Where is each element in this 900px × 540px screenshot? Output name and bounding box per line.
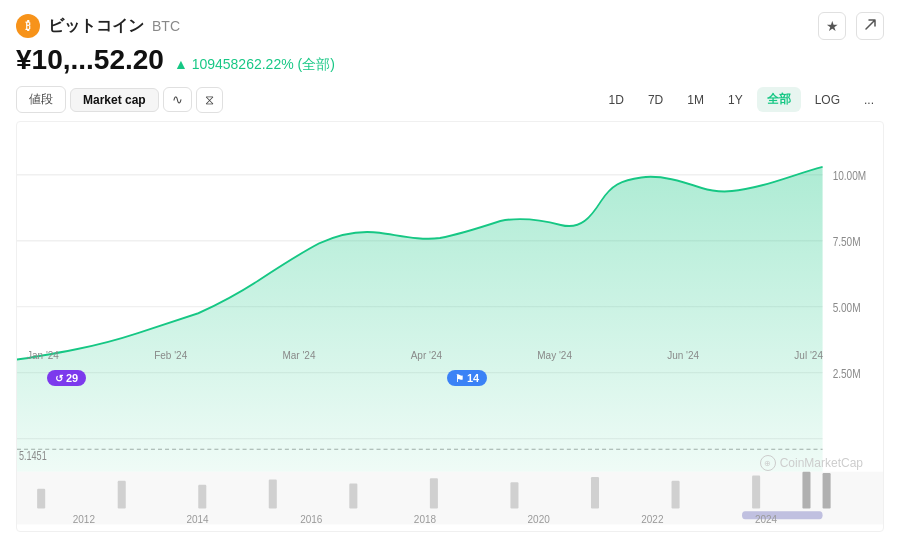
range-1d[interactable]: 1D [599,89,634,111]
price-change: ▲ 109458262.22% (全部) [174,56,335,74]
badge-14[interactable]: ⚑ 14 [447,370,487,386]
x-label-apr24: Apr '24 [411,350,442,361]
tab-marketcap[interactable]: Market cap [70,88,159,112]
range-7d[interactable]: 7D [638,89,673,111]
svg-rect-12 [118,481,126,509]
badge-29-label: 29 [66,372,78,384]
star-icon: ★ [826,18,839,34]
toolbar-left: 値段 Market cap ∿ ⧖ [16,86,223,113]
range-log[interactable]: LOG [805,89,850,111]
svg-rect-14 [269,480,277,509]
x-label-2014: 2014 [186,514,208,525]
coin-name: ビットコイン [48,16,144,37]
coin-title: ₿ ビットコイン BTC [16,14,180,38]
range-1y[interactable]: 1Y [718,89,753,111]
x-label-mar24: Mar '24 [282,350,315,361]
x-label-2024: 2024 [755,514,777,525]
price-row: ¥10,...52.20 ▲ 109458262.22% (全部) [16,44,884,76]
btc-icon: ₿ [16,14,40,38]
svg-rect-18 [591,477,599,509]
range-1m[interactable]: 1M [677,89,714,111]
x-label-2022: 2022 [641,514,663,525]
share-button[interactable] [856,12,884,40]
share-icon [864,18,877,34]
chart-type-candle[interactable]: ⧖ [196,87,223,113]
svg-rect-17 [510,482,518,508]
range-more[interactable]: ... [854,89,884,111]
chart-svg: 10.00M 7.50M 5.00M 2.50M 5.1451 [17,122,883,531]
header-row: ₿ ビットコイン BTC ★ [16,12,884,40]
svg-rect-11 [37,489,45,509]
toolbar-right: 1D 7D 1M 1Y 全部 LOG ... [599,87,884,112]
btc-symbol: ₿ [25,20,31,32]
svg-rect-19 [672,481,680,509]
x-label-jan24: Jan '24 [27,350,59,361]
svg-rect-13 [198,485,206,509]
watermark-logo: ⊕ [760,455,776,471]
x-label-2020: 2020 [528,514,550,525]
x-label-2016: 2016 [300,514,322,525]
main-container: ₿ ビットコイン BTC ★ ¥10,...52.20 ▲ 109458262.… [0,0,900,540]
x-label-may24: May '24 [537,350,572,361]
svg-text:5.1451: 5.1451 [19,449,47,462]
svg-rect-20 [752,476,760,509]
svg-text:5.00M: 5.00M [833,300,861,315]
x-label-2012: 2012 [73,514,95,525]
chart-area[interactable]: 10.00M 7.50M 5.00M 2.50M 5.1451 [16,121,884,532]
chart-type-line[interactable]: ∿ [163,87,192,112]
badge-14-label: 14 [467,372,479,384]
x-label-2018: 2018 [414,514,436,525]
watermark: ⊕ CoinMarketCap [760,455,863,471]
x-label-feb24: Feb '24 [154,350,187,361]
range-all[interactable]: 全部 [757,87,801,112]
svg-rect-22 [823,473,831,509]
price-value: ¥10,...52.20 [16,44,164,76]
star-button[interactable]: ★ [818,12,846,40]
x-label-jul24: Jul '24 [794,350,823,361]
svg-rect-16 [430,478,438,508]
watermark-text: CoinMarketCap [780,456,863,470]
badge-29[interactable]: ↺ 29 [47,370,86,386]
x-label-jun24: Jun '24 [667,350,699,361]
coin-symbol: BTC [152,18,180,34]
tab-price[interactable]: 値段 [16,86,66,113]
svg-rect-21 [802,472,810,509]
svg-rect-15 [349,484,357,509]
chart-fill [17,167,823,492]
svg-text:10.00M: 10.00M [833,168,867,183]
toolbar-row: 値段 Market cap ∿ ⧖ 1D 7D 1M 1Y 全部 LOG ... [16,86,884,113]
svg-text:7.50M: 7.50M [833,234,861,249]
header-actions: ★ [818,12,884,40]
svg-text:2.50M: 2.50M [833,366,861,381]
